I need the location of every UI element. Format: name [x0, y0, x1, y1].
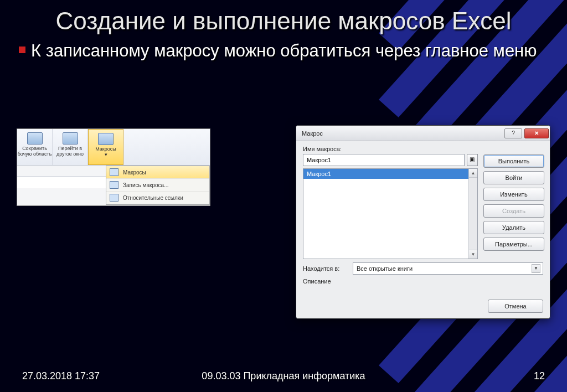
list-item[interactable]: Макрос1: [303, 169, 477, 179]
macros-button[interactable]: Макросы ▾: [88, 129, 123, 165]
slide-footer: 27.03.2018 17:37 09.03.03 Прикладная инф…: [0, 370, 567, 382]
edit-button[interactable]: Изменить: [483, 188, 544, 201]
ribbon-snippet: Сохранить бочую область Перейти в другое…: [17, 128, 210, 206]
switch-window-button[interactable]: Перейти в другое окно: [53, 129, 88, 165]
location-label: Находится в:: [303, 265, 349, 272]
macro-name-input[interactable]: [303, 154, 465, 166]
ref-edit-button[interactable]: ▣: [467, 154, 478, 166]
location-value: Все открытые книги: [357, 265, 413, 272]
menu-item-record-macro[interactable]: Запись макроса...: [106, 179, 209, 192]
bullet-item: К записанному макросу можно обратиться ч…: [0, 34, 567, 62]
location-select[interactable]: Все открытые книги ▼: [353, 262, 543, 275]
macro-name-label: Имя макроса:: [303, 146, 478, 152]
step-in-button[interactable]: Войти: [483, 171, 544, 184]
save-icon: [27, 132, 43, 145]
switch-window-icon: [63, 132, 78, 145]
scroll-up-icon[interactable]: ▲: [469, 169, 477, 178]
grid-icon: [110, 194, 118, 202]
footer-course: 09.03.03 Прикладная информатика: [202, 370, 365, 382]
help-button[interactable]: ?: [504, 128, 522, 138]
scroll-down-icon[interactable]: ▼: [469, 250, 477, 259]
close-button[interactable]: ✕: [524, 128, 549, 138]
macros-dropdown: Макросы Запись макроса... Относительные …: [106, 166, 210, 205]
footer-page: 12: [534, 370, 545, 382]
chevron-down-icon: ▾: [89, 152, 123, 158]
slide-title: Создание и выполнение макросов Excel: [0, 0, 567, 34]
scrollbar[interactable]: ▲ ▼: [468, 169, 477, 259]
record-icon: [110, 181, 118, 189]
save-workspace-button[interactable]: Сохранить бочую область: [17, 129, 53, 165]
create-button: Создать: [483, 204, 544, 218]
macros-icon: [98, 133, 114, 145]
delete-button[interactable]: Удалить: [483, 221, 544, 234]
bullet-marker-icon: [19, 47, 25, 53]
macro-dialog: Макрос ? ✕ Имя макроса: ▣ Макрос1 ▲ ▼ Вы…: [296, 125, 550, 319]
dialog-titlebar: Макрос ? ✕: [296, 126, 550, 141]
bullet-text: К записанному макросу можно обратиться ч…: [31, 40, 537, 62]
run-button[interactable]: Выполнить: [483, 154, 544, 168]
options-button[interactable]: Параметры...: [483, 238, 544, 251]
menu-item-relative-refs[interactable]: Относительные ссылки: [106, 192, 209, 204]
footer-date: 27.03.2018 17:37: [22, 370, 100, 382]
dialog-title: Макрос: [302, 130, 323, 137]
table-icon: [110, 168, 118, 176]
cancel-button[interactable]: Отмена: [488, 300, 543, 313]
menu-item-macros[interactable]: Макросы: [106, 166, 209, 179]
macro-list[interactable]: Макрос1 ▲ ▼: [303, 168, 478, 259]
chevron-down-icon: ▼: [532, 264, 540, 273]
description-label: Описание: [303, 278, 331, 285]
